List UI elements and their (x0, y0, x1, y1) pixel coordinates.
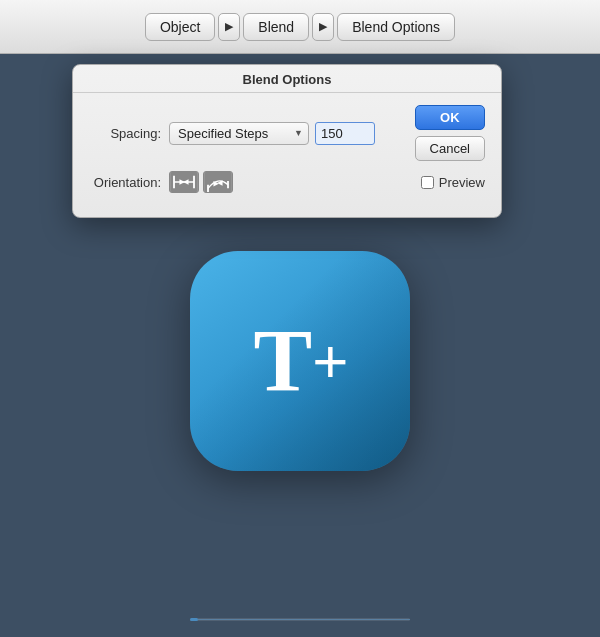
spacing-select[interactable]: Smooth Color Specified Steps Specified D… (169, 122, 309, 145)
preview-label: Preview (439, 175, 485, 190)
preview-area: Preview (421, 175, 485, 190)
preview-checkbox[interactable] (421, 176, 434, 189)
orientation-icon-1[interactable] (169, 171, 199, 193)
spacing-row: Spacing: Smooth Color Specified Steps Sp… (89, 105, 485, 161)
blend-button[interactable]: Blend (243, 13, 309, 41)
dialog-overlay: Blend Options Spacing: Smooth Color Spec… (0, 54, 600, 637)
arrow-1[interactable]: ▶ (218, 13, 240, 41)
toolbar: Object ▶ Blend ▶ Blend Options (0, 0, 600, 54)
blend-options-dialog: Blend Options Spacing: Smooth Color Spec… (72, 64, 502, 218)
steps-input[interactable] (315, 122, 375, 145)
cancel-button[interactable]: Cancel (415, 136, 485, 161)
ok-button[interactable]: OK (415, 105, 485, 130)
arrow-2[interactable]: ▶ (312, 13, 334, 41)
orientation-row: Orientation: (89, 171, 485, 193)
dialog-title: Blend Options (73, 65, 501, 93)
orientation-label: Orientation: (89, 175, 169, 190)
object-button[interactable]: Object (145, 13, 215, 41)
blend-options-button[interactable]: Blend Options (337, 13, 455, 41)
spacing-select-wrapper[interactable]: Smooth Color Specified Steps Specified D… (169, 122, 309, 145)
dialog-buttons: OK Cancel (415, 105, 485, 161)
spacing-label: Spacing: (89, 126, 169, 141)
dialog-content: Spacing: Smooth Color Specified Steps Sp… (73, 93, 501, 217)
orientation-icon-2[interactable] (203, 171, 233, 193)
